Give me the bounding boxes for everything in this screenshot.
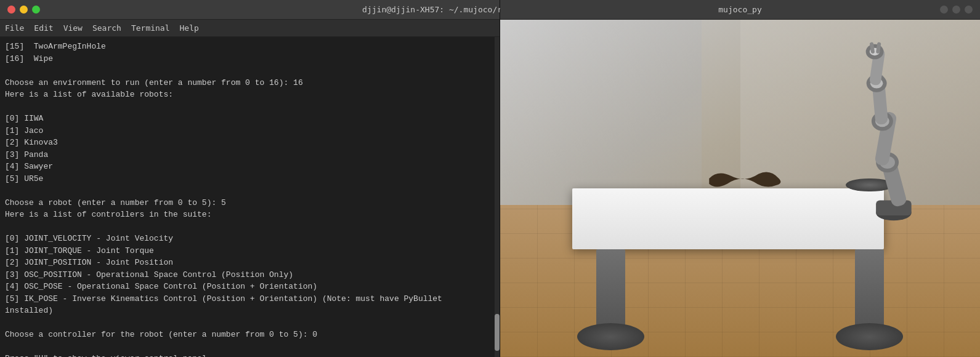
menu-view[interactable]: View: [63, 23, 83, 33]
terminal-scrollbar-thumb[interactable]: [495, 314, 500, 351]
mujoco-window: mujoco_py: [500, 0, 980, 357]
close-button[interactable]: [7, 6, 15, 14]
mujoco-titlebar: mujoco_py: [500, 0, 980, 20]
terminal-scrollbar[interactable]: [495, 37, 500, 357]
terminal-window-controls: [7, 6, 40, 14]
table-base-right: [836, 323, 903, 350]
terminal-window: djjin@djjin-XH57: ~/.mujoco/robosuite/ro…: [0, 0, 500, 357]
terminal-body[interactable]: [15] TwoArmPegInHole [16] Wipe Choose an…: [0, 37, 495, 357]
menu-terminal[interactable]: Terminal: [131, 23, 170, 33]
maximize-button[interactable]: [32, 6, 40, 14]
mujoco-maximize-button[interactable]: [952, 6, 960, 14]
menu-file[interactable]: File: [5, 23, 24, 33]
minimize-button[interactable]: [20, 6, 28, 14]
mujoco-close-button[interactable]: [965, 6, 973, 14]
mujoco-minimize-button[interactable]: [940, 6, 948, 14]
table-base-left: [577, 323, 644, 350]
mujoco-title: mujoco_py: [718, 5, 761, 14]
menu-edit[interactable]: Edit: [34, 23, 53, 33]
robot-arm: [808, 30, 942, 232]
terminal-titlebar: djjin@djjin-XH57: ~/.mujoco/robosuite/ro…: [0, 0, 500, 20]
mujoco-viewport[interactable]: [500, 20, 980, 357]
mujoco-window-controls: [940, 6, 973, 14]
menu-search[interactable]: Search: [92, 23, 121, 33]
menu-help[interactable]: Help: [180, 23, 199, 33]
wipe-object: [692, 165, 798, 192]
terminal-menubar: File Edit View Search Terminal Help: [0, 20, 500, 37]
